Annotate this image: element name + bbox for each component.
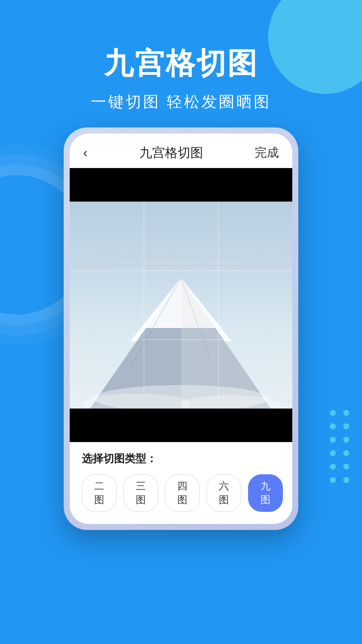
dot <box>330 410 336 416</box>
dot <box>343 450 349 456</box>
grid-line-v1 <box>144 202 144 409</box>
grid-line-h2 <box>70 339 292 340</box>
image-preview: If life is a movie. Oh you're the best p… <box>70 168 292 442</box>
dot <box>330 464 336 470</box>
dot <box>343 464 349 470</box>
sky-bg: If life is a movie. Oh you're the best p… <box>70 202 292 409</box>
btn-9grid[interactable]: 九图 <box>248 474 283 512</box>
grid-overlay <box>70 202 292 409</box>
dot <box>330 423 336 429</box>
sub-title: 一键切图 轻松发圈晒图 <box>0 92 362 112</box>
phone-outer: ‹ 九宫格切图 完成 If life is a movie. Oh you're… <box>64 127 298 530</box>
btn-2grid[interactable]: 二图 <box>82 474 117 512</box>
dot <box>343 477 349 483</box>
photo-container: If life is a movie. Oh you're the best p… <box>70 202 292 409</box>
phone-inner: ‹ 九宫格切图 完成 If life is a movie. Oh you're… <box>70 133 292 524</box>
header-section: 九宫格切图 一键切图 轻松发圈晒图 <box>0 44 362 112</box>
dots-grid <box>330 410 349 483</box>
app-navbar: ‹ 九宫格切图 完成 <box>70 133 292 168</box>
black-top-bar <box>70 168 292 202</box>
dot <box>330 450 336 456</box>
main-title: 九宫格切图 <box>0 44 362 84</box>
btn-6grid[interactable]: 六图 <box>206 474 241 512</box>
nav-title: 九宫格切图 <box>139 144 203 161</box>
phone-mockup: ‹ 九宫格切图 完成 If life is a movie. Oh you're… <box>64 127 298 530</box>
black-bottom-bar <box>70 409 292 442</box>
grid-line-v2 <box>218 202 219 409</box>
btn-4grid[interactable]: 四图 <box>165 474 200 512</box>
mountain-image: If life is a movie. Oh you're the best p… <box>70 202 292 409</box>
done-button[interactable]: 完成 <box>255 145 279 161</box>
dot <box>343 410 349 416</box>
bottom-controls: 选择切图类型： 二图 三图 四图 六图 九图 <box>70 442 292 524</box>
type-label: 选择切图类型： <box>82 451 280 466</box>
dot <box>330 477 336 483</box>
type-buttons: 二图 三图 四图 六图 九图 <box>82 474 280 512</box>
back-button[interactable]: ‹ <box>83 145 87 160</box>
dot <box>343 423 349 429</box>
dot <box>330 437 336 443</box>
btn-3grid[interactable]: 三图 <box>123 474 158 512</box>
grid-line-h1 <box>70 271 292 271</box>
dot <box>343 437 349 443</box>
